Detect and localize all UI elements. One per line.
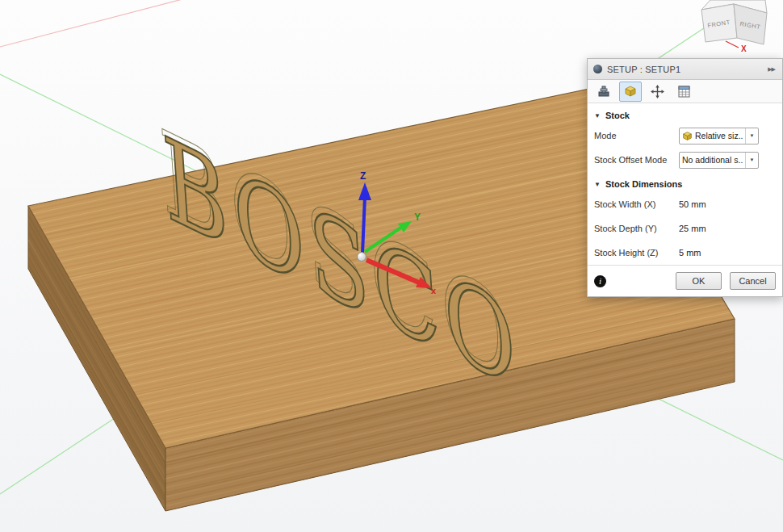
stock-dimensions-header[interactable]: ▼ Stock Dimensions (588, 172, 782, 192)
tab-post-process[interactable] (672, 82, 695, 102)
collapse-triangle-icon: ▼ (594, 112, 601, 119)
origin-point[interactable] (358, 253, 366, 262)
ok-button[interactable]: OK (676, 272, 722, 290)
dialog-title: SETUP : SETUP1 (607, 65, 761, 74)
grid-icon (678, 86, 690, 98)
stock-box-icon (624, 85, 637, 98)
mode-dropdown-value: Relative siz... (695, 131, 743, 140)
stock-width-label: Stock Width (X) (594, 199, 679, 209)
stock-section: ▼ Stock Mode Relative siz... ▼ (588, 103, 782, 172)
stock-height-label: Stock Height (Z) (594, 248, 679, 258)
viewcube-x-axis-label: X (741, 44, 747, 53)
setup-dialog: SETUP : SETUP1 ▶▶ (587, 58, 783, 297)
fusion-cam-workspace: BOSCO BOSCO Z Y x FRONT RIGHT (0, 0, 783, 532)
setup-sphere-icon (593, 65, 602, 73)
stock-offset-mode-dropdown[interactable]: No additional s... ▼ (679, 152, 759, 169)
z-axis-label: Z (360, 170, 366, 182)
info-icon[interactable]: i (594, 275, 606, 287)
stock-width-value: 50 mm (679, 199, 706, 209)
x-axis-label: x (431, 286, 437, 295)
stock-offset-mode-row: Stock Offset Mode No additional s... ▼ (588, 148, 782, 172)
stock-height-value: 5 mm (679, 248, 701, 258)
mode-row: Mode Relative siz... ▼ (588, 124, 782, 148)
move-arrows-icon (651, 85, 664, 98)
stock-depth-value: 25 mm (679, 224, 706, 233)
viewcube[interactable]: FRONT RIGHT X (701, 0, 767, 53)
cancel-button[interactable]: Cancel (730, 272, 776, 290)
stock-offset-mode-value: No additional s... (682, 155, 743, 165)
dialog-footer: i OK Cancel (588, 265, 782, 296)
dialog-tabbar (588, 80, 782, 103)
tab-stock[interactable] (619, 82, 642, 102)
stock-section-header[interactable]: ▼ Stock (588, 103, 782, 124)
stock-height-row: Stock Height (Z) 5 mm (588, 241, 782, 265)
collapse-panel-icon[interactable]: ▶▶ (766, 65, 777, 74)
stock-section-title: Stock (605, 111, 630, 120)
chevron-down-icon[interactable]: ▼ (745, 153, 758, 168)
relative-size-box-icon (682, 131, 693, 141)
viewcube-x-axis-line (726, 41, 739, 48)
chevron-down-icon[interactable]: ▼ (745, 128, 758, 144)
tab-position[interactable] (646, 82, 668, 102)
stock-depth-row: Stock Depth (Y) 25 mm (588, 216, 782, 241)
stock-dimensions-title: Stock Dimensions (605, 179, 682, 189)
mode-label: Mode (594, 131, 679, 140)
collapse-triangle-icon: ▼ (594, 181, 601, 188)
stock-width-row: Stock Width (X) 50 mm (588, 192, 782, 216)
dialog-header[interactable]: SETUP : SETUP1 ▶▶ (588, 59, 782, 80)
stock-depth-label: Stock Depth (Y) (594, 224, 679, 233)
y-axis-label: Y (414, 212, 421, 223)
mode-dropdown[interactable]: Relative siz... ▼ (679, 128, 759, 145)
tab-setup[interactable] (592, 82, 615, 102)
stock-dimensions-section: ▼ Stock Dimensions Stock Width (X) 50 mm… (588, 172, 782, 265)
stock-offset-mode-label: Stock Offset Mode (594, 155, 679, 165)
machine-icon (597, 85, 610, 98)
